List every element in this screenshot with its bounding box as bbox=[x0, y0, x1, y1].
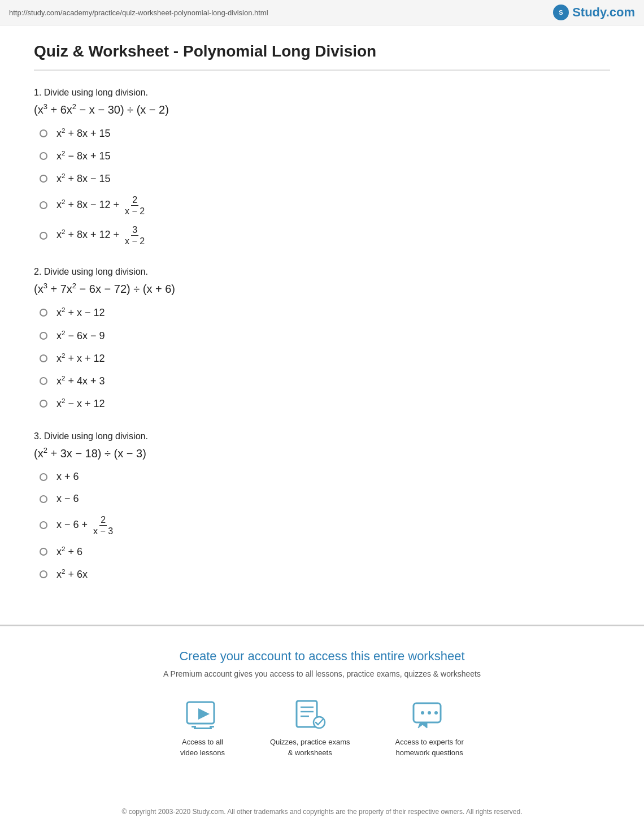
choice-q3c[interactable]: x − 6 + 2x − 3 bbox=[40, 514, 610, 536]
radio-q2d[interactable] bbox=[40, 377, 47, 385]
radio-q1c[interactable] bbox=[40, 175, 47, 183]
question-2-label: 2. Divide using long division. bbox=[34, 267, 610, 277]
radio-q3e[interactable] bbox=[40, 570, 47, 578]
question-2: 2. Divide using long division. (x3 + 7x2… bbox=[34, 267, 610, 411]
feature-video: Access to allvideo lessons bbox=[180, 699, 225, 757]
question-1-choices: x2 + 8x + 15 x2 − 8x + 15 x2 + 8x − 15 x… bbox=[34, 126, 610, 246]
logo-text: Study.com bbox=[572, 5, 635, 20]
choice-q1c[interactable]: x2 + 8x − 15 bbox=[40, 171, 610, 186]
radio-q2e[interactable] bbox=[40, 400, 47, 408]
svg-rect-5 bbox=[210, 726, 214, 728]
study-logo-icon: S bbox=[553, 5, 569, 20]
choice-q3c-text: x − 6 + 2x − 3 bbox=[56, 514, 116, 536]
svg-point-14 bbox=[428, 711, 431, 715]
choice-q1e-text: x2 + 8x + 12 + 3x − 2 bbox=[56, 224, 147, 246]
svg-rect-6 bbox=[194, 728, 212, 729]
radio-q1e[interactable] bbox=[40, 232, 47, 240]
choice-q2b-text: x2 − 6x − 9 bbox=[56, 328, 105, 343]
question-1-expression: (x3 + 6x2 − x − 30) ÷ (x − 2) bbox=[34, 101, 610, 118]
choice-q3b[interactable]: x − 6 bbox=[40, 492, 610, 506]
choice-q2c[interactable]: x2 + x + 12 bbox=[40, 351, 610, 366]
radio-q3b[interactable] bbox=[40, 495, 47, 503]
choice-q1d-text: x2 + 8x − 12 + 2x − 2 bbox=[56, 194, 147, 217]
question-3: 3. Divide using long division. (x2 + 3x … bbox=[34, 431, 610, 582]
quizzes-icon bbox=[292, 699, 328, 730]
question-2-choices: x2 + x − 12 x2 − 6x − 9 x2 + x + 12 x2 +… bbox=[34, 305, 610, 411]
radio-q1b[interactable] bbox=[40, 152, 47, 160]
radio-q3c[interactable] bbox=[40, 521, 47, 529]
question-2-expression: (x3 + 7x2 − 6x − 72) ÷ (x + 6) bbox=[34, 280, 610, 297]
cta-title: Create your account to access this entir… bbox=[34, 649, 610, 664]
choice-q3a[interactable]: x + 6 bbox=[40, 470, 610, 484]
choice-q3a-text: x + 6 bbox=[56, 470, 79, 484]
choice-q1d[interactable]: x2 + 8x − 12 + 2x − 2 bbox=[40, 194, 610, 217]
feature-quizzes-label: Quizzes, practice exams& worksheets bbox=[270, 737, 350, 757]
choice-q3b-text: x − 6 bbox=[56, 492, 79, 506]
svg-point-15 bbox=[434, 711, 438, 715]
question-3-label: 3. Divide using long division. bbox=[34, 431, 610, 441]
choice-q3e[interactable]: x2 + 6x bbox=[40, 567, 610, 582]
choice-q2d-text: x2 + 4x + 3 bbox=[56, 374, 105, 388]
radio-q3d[interactable] bbox=[40, 548, 47, 556]
radio-q2a[interactable] bbox=[40, 309, 47, 317]
cta-section: Create your account to access this entir… bbox=[0, 626, 644, 797]
url-bar: http://study.com/academy/practice/quiz-w… bbox=[0, 0, 644, 25]
choice-q1a[interactable]: x2 + 8x + 15 bbox=[40, 126, 610, 141]
url-text: http://study.com/academy/practice/quiz-w… bbox=[9, 8, 268, 17]
choice-q1c-text: x2 + 8x − 15 bbox=[56, 171, 111, 186]
choice-q1a-text: x2 + 8x + 15 bbox=[56, 126, 111, 141]
feature-experts-label: Access to experts forhomework questions bbox=[395, 737, 464, 757]
feature-video-label: Access to allvideo lessons bbox=[180, 737, 225, 757]
choice-q3d-text: x2 + 6 bbox=[56, 544, 82, 559]
choice-q3e-text: x2 + 6x bbox=[56, 567, 88, 582]
choice-q2b[interactable]: x2 − 6x − 9 bbox=[40, 328, 610, 343]
choice-q1e[interactable]: x2 + 8x + 12 + 3x − 2 bbox=[40, 224, 610, 246]
feature-quizzes: Quizzes, practice exams& worksheets bbox=[270, 699, 350, 757]
main-content: Quiz & Worksheet - Polynomial Long Divis… bbox=[0, 25, 644, 626]
choice-q3d[interactable]: x2 + 6 bbox=[40, 544, 610, 559]
choice-q2c-text: x2 + x + 12 bbox=[56, 351, 105, 366]
question-3-expression: (x2 + 3x − 18) ÷ (x − 3) bbox=[34, 445, 610, 462]
choice-q2a-text: x2 + x − 12 bbox=[56, 305, 105, 320]
video-icon bbox=[185, 699, 221, 730]
svg-text:S: S bbox=[559, 9, 563, 16]
svg-rect-4 bbox=[192, 726, 196, 728]
radio-q1a[interactable] bbox=[40, 129, 47, 137]
feature-experts: Access to experts forhomework questions bbox=[395, 699, 464, 757]
svg-point-13 bbox=[421, 711, 424, 715]
cta-subtitle: A Premium account gives you access to al… bbox=[34, 669, 610, 678]
svg-marker-3 bbox=[198, 708, 210, 720]
footer-text: © copyright 2003-2020 Study.com. All oth… bbox=[122, 808, 523, 816]
choice-q2e[interactable]: x2 − x + 12 bbox=[40, 396, 610, 411]
choice-q1b[interactable]: x2 − 8x + 15 bbox=[40, 149, 610, 163]
logo-area: S Study.com bbox=[553, 5, 635, 20]
page-title: Quiz & Worksheet - Polynomial Long Divis… bbox=[34, 42, 610, 71]
choice-q2a[interactable]: x2 + x − 12 bbox=[40, 305, 610, 320]
question-1: 1. Divide using long division. (x3 + 6x2… bbox=[34, 88, 610, 246]
footer: © copyright 2003-2020 Study.com. All oth… bbox=[0, 798, 644, 831]
radio-q3a[interactable] bbox=[40, 473, 47, 481]
question-3-choices: x + 6 x − 6 x − 6 + 2x − 3 x2 + 6 x2 + 6… bbox=[34, 470, 610, 582]
radio-q2b[interactable] bbox=[40, 332, 47, 340]
choice-q1b-text: x2 − 8x + 15 bbox=[56, 149, 111, 163]
choice-q2d[interactable]: x2 + 4x + 3 bbox=[40, 374, 610, 388]
features-list: Access to allvideo lessons Quizzes, prac… bbox=[34, 699, 610, 757]
experts-icon bbox=[411, 699, 447, 730]
radio-q1d[interactable] bbox=[40, 201, 47, 209]
question-1-label: 1. Divide using long division. bbox=[34, 88, 610, 98]
choice-q2e-text: x2 − x + 12 bbox=[56, 396, 105, 411]
radio-q2c[interactable] bbox=[40, 354, 47, 362]
